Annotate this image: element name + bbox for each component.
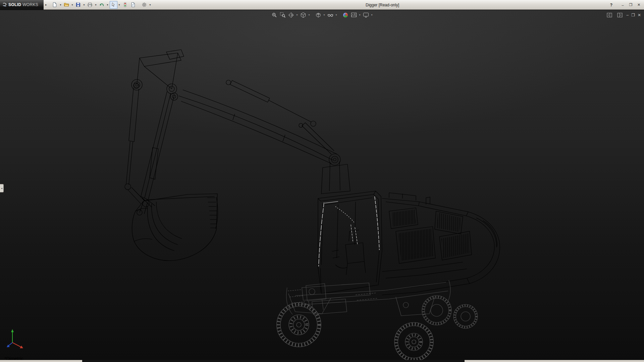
- far-side-wheels: [422, 296, 478, 328]
- dropdown-arrow-icon[interactable]: ▾: [149, 1, 152, 9]
- rebuild-button[interactable]: [121, 1, 129, 9]
- open-button[interactable]: [63, 1, 70, 9]
- undo-arrow-icon: [99, 2, 104, 7]
- print-button[interactable]: [86, 1, 94, 9]
- select-button[interactable]: [110, 1, 117, 9]
- window-controls: ? – ❐ ✕: [610, 0, 641, 10]
- save-button[interactable]: [74, 1, 82, 9]
- document-window-controls: – ❐ ✕: [605, 11, 641, 18]
- zoom-to-area-icon: [280, 12, 286, 18]
- maximize-button[interactable]: ❐: [628, 3, 633, 7]
- new-document-icon: [52, 2, 57, 7]
- standard-toolbar: ▾ ▾ ▾: [51, 1, 152, 9]
- heads-up-view-toolbar: ▾ ▾ ▾ ▾: [270, 11, 373, 18]
- brand-text-works: WORKS: [22, 2, 38, 7]
- view-orientation-label: *Dimetric: [4, 356, 23, 360]
- apply-scene-icon: [351, 12, 357, 18]
- cab-highlight-edges: [319, 196, 379, 266]
- bucket-wireframe: [132, 194, 218, 261]
- new-document-button[interactable]: [51, 1, 59, 9]
- dropdown-arrow-icon[interactable]: ▾: [323, 13, 326, 16]
- view-orientation-cube-icon: [300, 12, 306, 18]
- close-button[interactable]: ✕: [636, 3, 641, 7]
- 3ds-logo-icon: [2, 2, 7, 7]
- wheels-wireframe: [277, 296, 478, 360]
- dropdown-arrow-icon[interactable]: ▾: [370, 13, 373, 16]
- rebuild-traffic-light-icon: [122, 2, 128, 7]
- menu-expand-icon[interactable]: ▸: [45, 3, 47, 6]
- apply-scene-button[interactable]: [350, 11, 358, 18]
- save-floppy-icon: [75, 2, 81, 7]
- undo-button[interactable]: [98, 1, 106, 9]
- options-gear-icon: [142, 2, 147, 7]
- dropdown-arrow-icon[interactable]: ▾: [118, 1, 121, 9]
- view-orientation-button[interactable]: [299, 11, 307, 18]
- rear-wheel: [394, 322, 433, 360]
- section-view-button[interactable]: [287, 11, 295, 18]
- zoom-to-area-button[interactable]: [279, 11, 286, 18]
- print-icon: [87, 2, 93, 7]
- zoom-to-fit-icon: [271, 12, 277, 18]
- solidworks-window: SOLIDWORKS ▸ ▾ ▾: [0, 0, 644, 362]
- collapse-arrow-icon: ◂: [1, 187, 2, 190]
- view-settings-monitor-icon: [363, 12, 369, 18]
- triad-y-axis: [11, 329, 14, 332]
- document-close-button[interactable]: ✕: [638, 12, 641, 18]
- body-wireframe: [382, 193, 500, 295]
- zoom-to-fit-button[interactable]: [270, 11, 278, 18]
- digger-wireframe-model: [0, 10, 644, 360]
- dropdown-arrow-icon[interactable]: ▾: [94, 1, 98, 9]
- orientation-triad[interactable]: [4, 327, 29, 351]
- document-restore-button[interactable]: ❐: [631, 12, 635, 18]
- solidworks-logo[interactable]: SOLIDWORKS: [0, 0, 44, 10]
- dropdown-arrow-icon[interactable]: ▾: [83, 1, 86, 9]
- help-button[interactable]: ?: [610, 3, 612, 7]
- panel-toggle-left-button[interactable]: [605, 11, 613, 18]
- panel-toggle-right-icon: [617, 13, 623, 17]
- file-properties-icon: [130, 2, 136, 7]
- open-folder-icon: [64, 2, 69, 7]
- status-bar-segment: [82, 360, 465, 362]
- dropdown-arrow-icon[interactable]: ▾: [296, 13, 299, 16]
- select-cursor-icon: [111, 2, 116, 7]
- panel-toggle-left-icon: [607, 13, 612, 17]
- document-title: Digger [Read-only]: [332, 3, 433, 7]
- hide-show-items-button[interactable]: [326, 11, 334, 18]
- brand-text-solid: SOLID: [8, 2, 21, 7]
- dropdown-arrow-icon[interactable]: ▾: [358, 13, 361, 16]
- file-properties-button[interactable]: [129, 1, 137, 9]
- boom-arm-wireframe: [125, 50, 337, 215]
- dropdown-arrow-icon[interactable]: ▾: [308, 13, 311, 16]
- title-bar: SOLIDWORKS ▸ ▾ ▾: [0, 0, 644, 10]
- undercarriage-wireframe: [286, 280, 450, 316]
- turret-pivot-wireframe: [321, 154, 350, 194]
- front-wheel: [277, 303, 321, 347]
- graphics-area[interactable]: ▾ ▾ ▾ ▾: [0, 10, 644, 360]
- status-bar: [0, 360, 644, 362]
- document-minimize-button[interactable]: –: [626, 12, 629, 18]
- options-button[interactable]: [141, 1, 148, 9]
- feature-manager-collapse-tab[interactable]: ◂: [0, 184, 4, 192]
- section-view-icon: [288, 12, 294, 18]
- display-style-button[interactable]: [314, 11, 322, 18]
- edit-appearance-sphere-icon: [343, 13, 348, 17]
- hide-show-glasses-icon: [327, 12, 333, 18]
- edit-appearance-button[interactable]: [341, 11, 349, 18]
- cab-wireframe: [318, 191, 382, 294]
- view-settings-button[interactable]: [362, 11, 370, 18]
- dropdown-arrow-icon[interactable]: ▾: [59, 1, 62, 9]
- dropdown-arrow-icon[interactable]: ▾: [71, 1, 74, 9]
- dropdown-arrow-icon[interactable]: ▾: [106, 1, 109, 9]
- display-style-cube-icon: [315, 12, 321, 18]
- minimize-button[interactable]: –: [620, 3, 625, 7]
- dropdown-arrow-icon[interactable]: ▾: [335, 13, 338, 16]
- panel-toggle-right-button[interactable]: [616, 11, 624, 18]
